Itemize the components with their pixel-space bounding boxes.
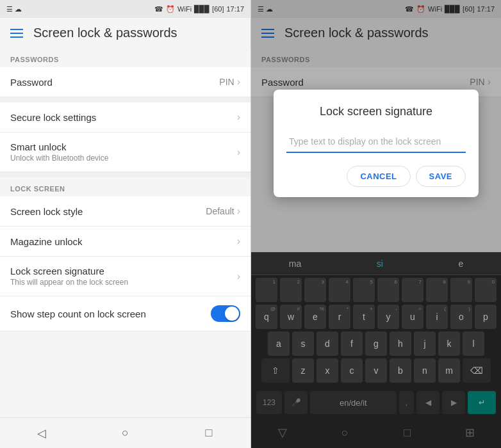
hamburger-line-2 <box>10 33 23 34</box>
list-item-value-password-left: PIN <box>219 77 234 87</box>
list-item-title-lock-screen-signature: Lock screen signature <box>10 266 237 276</box>
list-item-magazine-unlock[interactable]: Magazine unlock › <box>0 227 250 257</box>
list-item-subtitle-smart-unlock: Unlock with Bluetooth device <box>10 154 237 163</box>
hamburger-line-1 <box>10 29 23 30</box>
status-bar-left: ☰ ☁ ☎⏰WiFi▉▉▉[60] 17:17 <box>0 0 250 18</box>
right-panel: ☰ ☁ ☎⏰WiFi▉▉▉[60] 17:17 Screen lock & pa… <box>251 0 501 448</box>
hamburger-icon[interactable] <box>10 29 23 38</box>
chevron-icon-secure-lock: › <box>237 111 240 123</box>
left-header-title: Screen lock & passwords <box>33 26 177 40</box>
chevron-icon-password-left: › <box>237 76 240 88</box>
dialog-input-signature[interactable] <box>286 131 466 153</box>
list-item-content-magazine-unlock: Magazine unlock <box>10 236 237 247</box>
nav-home-left[interactable]: ○ <box>112 420 138 446</box>
list-item-title-password-left: Password <box>10 77 219 88</box>
list-item-title-screen-lock-style: Screen lock style <box>10 206 206 217</box>
section-label-lock-screen: LOCK SCREEN <box>0 177 250 196</box>
toggle-knob-show-step-count <box>225 307 239 321</box>
chevron-icon-lock-screen-signature: › <box>237 271 240 282</box>
status-left-icons: ☰ ☁ <box>6 5 22 13</box>
left-panel: ☰ ☁ ☎⏰WiFi▉▉▉[60] 17:17 Screen lock & pa… <box>0 0 250 448</box>
dialog-overlay: Lock screen signature CANCEL SAVE <box>251 0 501 448</box>
status-time: 17:17 <box>226 5 244 13</box>
list-item-secure-lock[interactable]: Secure lock settings › <box>0 102 250 132</box>
list-item-content-screen-lock-style: Screen lock style <box>10 206 206 217</box>
divider-1 <box>0 97 250 102</box>
chevron-icon-screen-lock-style: › <box>237 205 240 217</box>
chevron-icon-magazine-unlock: › <box>237 236 240 247</box>
toggle-show-step-count[interactable] <box>211 305 240 322</box>
left-nav-bar: ◁ ○ □ <box>0 417 250 448</box>
list-item-title-show-step-count: Show step count on lock screen <box>10 308 211 319</box>
hamburger-line-3 <box>10 36 23 38</box>
chevron-icon-smart-unlock: › <box>237 147 240 158</box>
list-item-value-screen-lock-style: Default <box>206 206 234 216</box>
list-item-subtitle-lock-screen-signature: This will appear on the lock screen <box>10 278 237 287</box>
dialog-actions: CANCEL SAVE <box>286 166 466 187</box>
list-item-content-show-step-count: Show step count on lock screen <box>10 308 211 319</box>
section-label-passwords-left: PASSWORDS <box>0 48 250 67</box>
list-item-smart-unlock[interactable]: Smart unlock Unlock with Bluetooth devic… <box>0 132 250 172</box>
list-item-password-left[interactable]: Password PIN › <box>0 67 250 97</box>
list-item-title-secure-lock: Secure lock settings <box>10 112 237 123</box>
list-item-show-step-count[interactable]: Show step count on lock screen <box>0 296 250 332</box>
list-item-content-smart-unlock: Smart unlock Unlock with Bluetooth devic… <box>10 141 237 163</box>
divider-2 <box>0 172 250 177</box>
dialog-title: Lock screen signature <box>286 105 466 118</box>
status-right-icons: ☎⏰WiFi▉▉▉[60] 17:17 <box>154 5 244 13</box>
dialog-lock-screen-signature: Lock screen signature CANCEL SAVE <box>274 90 479 197</box>
left-spacer <box>0 332 250 417</box>
list-item-title-magazine-unlock: Magazine unlock <box>10 236 237 247</box>
list-item-title-smart-unlock: Smart unlock <box>10 141 237 152</box>
list-item-content-lock-screen-signature: Lock screen signature This will appear o… <box>10 266 237 287</box>
nav-recents-left[interactable]: □ <box>196 420 222 446</box>
list-item-lock-screen-signature[interactable]: Lock screen signature This will appear o… <box>0 257 250 296</box>
dialog-cancel-button[interactable]: CANCEL <box>347 166 410 187</box>
list-item-screen-lock-style[interactable]: Screen lock style Default › <box>0 196 250 227</box>
list-item-content-secure-lock: Secure lock settings <box>10 112 237 123</box>
dialog-save-button[interactable]: SAVE <box>416 166 466 187</box>
nav-back-left[interactable]: ◁ <box>29 420 54 446</box>
left-header: Screen lock & passwords <box>0 18 250 48</box>
list-item-content-password-left: Password <box>10 77 219 88</box>
